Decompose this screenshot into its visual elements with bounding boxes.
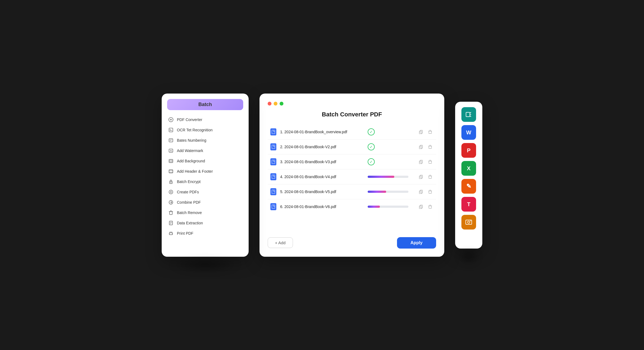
sidebar-item-combine[interactable]: Combine PDF	[162, 197, 249, 207]
maximize-button[interactable]	[280, 102, 283, 106]
file-action-copy[interactable]	[418, 144, 424, 150]
sidebar-item-print[interactable]: Print PDF	[162, 228, 249, 239]
row-actions	[418, 188, 433, 195]
extraction-label: Data Extraction	[177, 221, 203, 225]
file-action-delete[interactable]	[427, 159, 433, 165]
close-button[interactable]	[268, 102, 271, 106]
ocr-label: OCR Tet Recognition	[177, 128, 212, 132]
row-actions	[418, 203, 433, 210]
svg-rect-20	[420, 160, 423, 163]
app-icon-excel[interactable]: X	[461, 161, 476, 176]
file-action-delete[interactable]	[427, 129, 433, 135]
file-action-delete[interactable]	[427, 174, 433, 180]
ocr-icon	[168, 127, 174, 133]
right-panel-wrap: W P X ✎ T	[455, 102, 482, 249]
svg-rect-25	[429, 176, 432, 178]
word-symbol: W	[466, 130, 471, 135]
file-list: 1. 2024-08-01-BrandBook_overview.pdf ✓ 2…	[268, 125, 436, 231]
create-label: Create PDFs	[177, 190, 199, 194]
file-name: 2. 2024-08-01-BrandBook-V2.pdf	[280, 145, 364, 149]
progress-bar	[368, 176, 408, 178]
file-action-copy[interactable]	[418, 159, 424, 165]
sidebar-item-extraction[interactable]: Data Extraction	[162, 218, 249, 228]
file-icon	[270, 143, 276, 150]
sidebar-item-bates[interactable]: Bates Numbering	[162, 135, 249, 145]
sidebar-item-create[interactable]: Create PDFs	[162, 187, 249, 197]
background-label: Add Background	[177, 159, 205, 163]
app-icon-edit[interactable]: ✎	[461, 179, 476, 194]
progress-bar	[368, 191, 408, 193]
status-area: ✓	[368, 158, 411, 165]
file-name: 6. 2024-08-01-BrandBook-V6.pdf	[280, 205, 364, 209]
progress-fill	[368, 191, 386, 193]
edit-symbol: ✎	[466, 183, 471, 189]
svg-rect-11	[170, 212, 172, 215]
remove-icon	[168, 210, 174, 215]
panel-title: Batch Converter PDF	[268, 111, 436, 118]
row-actions	[418, 159, 433, 165]
file-icon	[270, 203, 276, 210]
traffic-lights	[268, 102, 436, 106]
row-actions	[418, 144, 433, 150]
file-action-copy[interactable]	[418, 203, 424, 210]
app-icon-photo[interactable]	[461, 215, 476, 230]
svg-rect-32	[466, 112, 470, 117]
svg-point-35	[470, 220, 471, 221]
sidebar-item-remove[interactable]: Batch Remove	[162, 207, 249, 218]
combine-icon	[168, 200, 174, 205]
pdf-converter-icon	[168, 117, 174, 122]
progress-bar	[368, 206, 408, 208]
svg-rect-29	[420, 205, 423, 208]
check-icon: ✓	[368, 128, 375, 135]
svg-rect-27	[419, 191, 422, 194]
file-icon	[270, 158, 276, 165]
file-action-copy[interactable]	[418, 188, 424, 195]
svg-rect-6	[169, 170, 173, 173]
app-icon-powerpoint[interactable]: P	[461, 143, 476, 158]
svg-rect-18	[419, 146, 422, 149]
encrypt-label: Batch Encrypt	[177, 179, 201, 184]
status-area	[368, 176, 411, 178]
sidebar-item-pdf-converter[interactable]: PDF Converter	[162, 114, 249, 125]
svg-rect-24	[419, 176, 422, 179]
ppt-symbol: P	[467, 148, 470, 153]
app-icon-word[interactable]: W	[461, 125, 476, 140]
sidebar-item-ocr[interactable]: OCR Tet Recognition	[162, 125, 249, 135]
check-icon: ✓	[368, 143, 375, 150]
encrypt-icon	[168, 179, 174, 184]
app-icon-teal[interactable]	[461, 107, 476, 122]
file-action-copy[interactable]	[418, 129, 424, 135]
file-action-copy[interactable]	[418, 174, 424, 180]
apply-button[interactable]: Apply	[397, 237, 436, 249]
file-action-delete[interactable]	[427, 203, 433, 210]
add-button[interactable]: + Add	[268, 237, 293, 248]
check-icon: ✓	[368, 158, 375, 165]
file-name: 5. 2024-08-01-BrandBook-V5.pdf	[280, 190, 364, 194]
extraction-icon	[168, 220, 174, 226]
svg-rect-21	[419, 161, 422, 164]
sidebar-item-watermark[interactable]: Add Watermark	[162, 145, 249, 156]
bates-icon	[168, 138, 174, 143]
minimize-button[interactable]	[274, 102, 277, 106]
svg-rect-2	[169, 139, 173, 142]
pdf-converter-label: PDF Converter	[177, 117, 202, 122]
svg-rect-16	[429, 131, 432, 134]
file-action-delete[interactable]	[427, 144, 433, 150]
svg-rect-19	[429, 146, 432, 148]
table-row: 2. 2024-08-01-BrandBook-V2.pdf ✓	[268, 140, 436, 154]
table-row: 3. 2024-08-01-BrandBook-V3.pdf ✓	[268, 154, 436, 169]
app-icon-t[interactable]: T	[461, 197, 476, 212]
status-area: ✓	[368, 143, 411, 150]
sidebar-item-encrypt[interactable]: Batch Encrypt	[162, 176, 249, 187]
file-action-delete[interactable]	[427, 188, 433, 195]
sidebar-item-header-footer[interactable]: Add Header & Footer	[162, 166, 249, 176]
sidebar-item-background[interactable]: Add Background	[162, 156, 249, 166]
status-area: ✓	[368, 128, 411, 135]
table-row: 5. 2024-08-01-BrandBook-V5.pdf	[268, 184, 436, 199]
svg-point-34	[468, 221, 470, 223]
svg-rect-31	[429, 206, 432, 208]
right-panel: W P X ✎ T	[455, 102, 482, 249]
file-name: 3. 2024-08-01-BrandBook-V3.pdf	[280, 160, 364, 164]
file-icon	[270, 173, 276, 180]
bottom-bar: + Add Apply	[268, 237, 436, 249]
